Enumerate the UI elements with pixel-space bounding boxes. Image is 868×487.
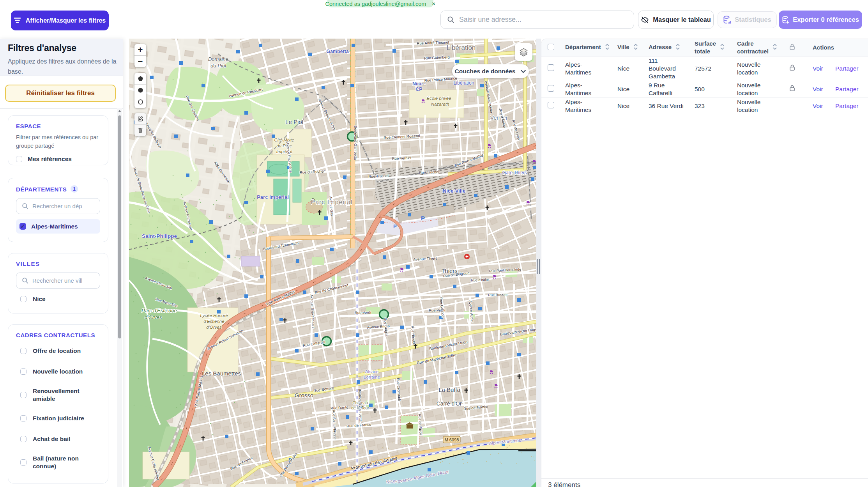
svg-text:CP: CP — [415, 87, 422, 92]
svg-text:d'Orves: d'Orves — [206, 325, 222, 329]
svg-text:d'Estienne: d'Estienne — [203, 319, 224, 324]
svg-text:P: P — [421, 215, 425, 221]
svg-text:Les Baumettes: Les Baumettes — [202, 370, 241, 377]
svg-text:Parc d'Estienne: Parc d'Estienne — [141, 308, 177, 313]
svg-text:Lycée Honoré: Lycée Honoré — [200, 313, 228, 318]
svg-text:Rue Verdi: Rue Verdi — [355, 310, 371, 315]
svg-text:Nazareth: Nazareth — [431, 102, 449, 106]
svg-text:La Buffa: La Buffa — [438, 386, 460, 393]
svg-text:du Piol: du Piol — [210, 63, 226, 69]
svg-text:Gambetta: Gambetta — [326, 49, 349, 54]
svg-text:Libération: Libération — [454, 80, 474, 86]
svg-text:Carré d'Or: Carré d'Or — [437, 400, 462, 407]
svg-text:d'Orves: d'Orves — [145, 314, 162, 320]
svg-text:Rue Rossini: Rue Rossini — [488, 292, 507, 297]
svg-text:École privée: École privée — [426, 96, 451, 101]
svg-text:Lorraine: Lorraine — [364, 375, 380, 379]
svg-text:Domaine: Domaine — [208, 56, 228, 62]
svg-text:Alsace: Alsace — [365, 369, 379, 374]
svg-text:Saint-Philippe: Saint-Philippe — [142, 233, 177, 239]
svg-text:Grosso: Grosso — [295, 392, 313, 398]
svg-text:Boulevard Gambetta: Boulevard Gambetta — [354, 126, 358, 160]
svg-text:P: P — [393, 223, 397, 229]
svg-text:Parc Impérial: Parc Impérial — [257, 194, 289, 200]
svg-text:Le Piol: Le Piol — [285, 119, 303, 125]
svg-text:Cité Mixte: Cité Mixte — [274, 138, 294, 142]
svg-text:Gare Thiers: Gare Thiers — [502, 170, 527, 175]
svg-text:Libération: Libération — [447, 44, 476, 51]
svg-text:Rue d'Italie: Rue d'Italie — [471, 278, 489, 282]
svg-text:M 6098: M 6098 — [445, 437, 459, 442]
svg-text:Nice -: Nice - — [412, 81, 426, 87]
svg-text:Nice-Ville: Nice-Ville — [443, 188, 465, 194]
